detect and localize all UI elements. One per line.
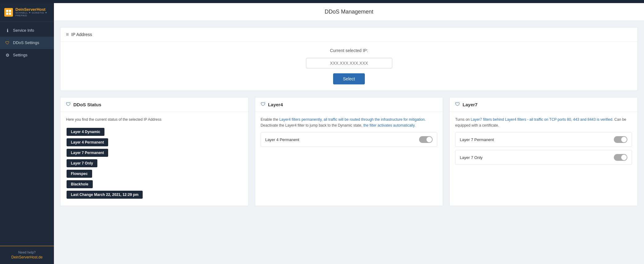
layer4-toggle[interactable]	[419, 136, 433, 143]
layer4-toggle-row: Layer 4 Permanent	[261, 132, 438, 147]
select-button[interactable]: Select	[333, 73, 365, 84]
gear-icon: ⚙	[5, 53, 10, 58]
badge-layer7-only: Layer 7 Only	[67, 159, 97, 167]
current-ip-label: Current selected IP:	[330, 48, 368, 53]
layer7-permanent-toggle[interactable]	[614, 136, 627, 143]
layer4-title: Layer4	[268, 102, 283, 107]
ip-input[interactable]	[306, 58, 392, 68]
brand-prefix: Dein	[15, 7, 24, 12]
content-area: ≡ IP Address Current selected IP: Select…	[54, 21, 644, 218]
main-content: DDoS Management ≡ IP Address Current sel…	[54, 3, 644, 264]
svg-rect-1	[9, 10, 11, 12]
sidebar-footer: Need help? DeinServerHost.de	[0, 246, 54, 264]
ddos-status-body: Here you find the current status of the …	[60, 112, 248, 206]
sidebar-logo: DeinServerHost SCHNELL ✦ GÜNSTIG ✦ PREPA…	[0, 3, 54, 22]
layer7-only-label: Layer 7 Only	[460, 155, 483, 160]
ddos-status-desc-text: Here you find the current status of the …	[66, 117, 161, 122]
layer7-body: Turns on Layer7 filters behind Layer4 fi…	[450, 112, 638, 174]
layer7-only-toggle[interactable]	[614, 154, 627, 161]
layer7-title: Layer7	[463, 102, 477, 107]
list-icon: ≡	[66, 32, 69, 37]
brand-tagline: SCHNELL ✦ GÜNSTIG ✦ PREPAID	[15, 12, 50, 17]
layer4-desc-highlight2: the filter activates automatically.	[363, 123, 415, 128]
need-help-text: Need help?	[5, 250, 49, 254]
ip-card-header: ≡ IP Address	[60, 27, 638, 42]
svg-rect-3	[9, 13, 11, 15]
svg-rect-0	[6, 10, 8, 12]
brand-suffix: ServerHost	[24, 7, 45, 12]
logo-icon	[4, 8, 13, 17]
svg-rect-2	[6, 13, 8, 15]
sidebar-nav: ℹ Service Info 🛡 DDoS Settings ⚙ Setting…	[0, 22, 54, 246]
ip-card-header-label: IP Address	[71, 32, 92, 37]
ddos-status-card: 🛡 DDoS Status Here you find the current …	[60, 97, 249, 206]
sidebar-item-settings[interactable]: ⚙ Settings	[0, 49, 54, 61]
layer7-permanent-label: Layer 7 Permanent	[460, 137, 494, 142]
ddos-status-header: 🛡 DDoS Status	[60, 97, 248, 112]
layer7-permanent-toggle-row: Layer 7 Permanent	[455, 132, 632, 147]
shield-icon: 🛡	[66, 102, 71, 107]
badge-layer4-dynamic: Layer 4 Dynamic	[67, 128, 104, 136]
sidebar: DeinServerHost SCHNELL ✦ GÜNSTIG ✦ PREPA…	[0, 3, 54, 264]
layer7-only-toggle-row: Layer 7 Only	[455, 150, 632, 165]
layer4-desc-highlight: Layer4 filters permanently, all traffic …	[279, 117, 426, 122]
ddos-status-title: DDoS Status	[73, 102, 101, 107]
shield-nav-icon: 🛡	[5, 40, 10, 45]
shield-layer7-icon: 🛡	[455, 102, 460, 107]
ip-card-body: Current selected IP: Select	[60, 42, 638, 91]
layer7-card: 🛡 Layer7 Turns on Layer7 filters behind …	[449, 97, 638, 206]
badge-blackhole: Blackhole	[67, 180, 93, 188]
layer4-toggle-label: Layer 4 Permanent	[265, 137, 300, 142]
ip-address-card: ≡ IP Address Current selected IP: Select	[60, 27, 638, 91]
sidebar-item-label: Service Info	[13, 28, 34, 33]
sidebar-item-service-info[interactable]: ℹ Service Info	[0, 24, 54, 37]
logo-text: DeinServerHost SCHNELL ✦ GÜNSTIG ✦ PREPA…	[15, 7, 50, 17]
layer4-desc: Enable the Layer4 filters permanently, a…	[261, 117, 438, 128]
ddos-status-desc: Here you find the current status of the …	[66, 117, 243, 123]
layer4-header: 🛡 Layer4	[255, 97, 443, 112]
layer4-card: 🛡 Layer4 Enable the Layer4 filters perma…	[255, 97, 443, 206]
sidebar-item-label: DDoS Settings	[13, 40, 39, 45]
layer4-body: Enable the Layer4 filters permanently, a…	[255, 112, 443, 156]
badge-layer7-permanent: Layer 7 Permanent	[67, 149, 108, 157]
brand-name: DeinServerHost	[15, 7, 50, 12]
page-title: DDoS Management	[54, 3, 644, 21]
status-badges-list: Layer 4 Dynamic Layer 4 Permanent Layer …	[66, 127, 243, 200]
info-icon: ℹ	[5, 28, 10, 33]
three-col-grid: 🛡 DDoS Status Here you find the current …	[60, 97, 638, 212]
layer7-header: 🛡 Layer7	[450, 97, 638, 112]
badge-layer4-permanent: Layer 4 Permanent	[67, 138, 108, 146]
sidebar-item-label: Settings	[13, 53, 27, 57]
badge-flowspec: Flowspec	[67, 170, 92, 178]
badge-last-change: Last Change March 22, 2021, 12:29 pm	[67, 191, 143, 199]
sidebar-item-ddos-settings[interactable]: 🛡 DDoS Settings	[0, 37, 54, 49]
layer7-desc-highlight: Layer7 filters behind Layer4 filters - a…	[471, 117, 613, 122]
layer7-desc: Turns on Layer7 filters behind Layer4 fi…	[455, 117, 632, 128]
shield-layer4-icon: 🛡	[261, 102, 266, 107]
footer-link[interactable]: DeinServerHost.de	[11, 255, 43, 259]
